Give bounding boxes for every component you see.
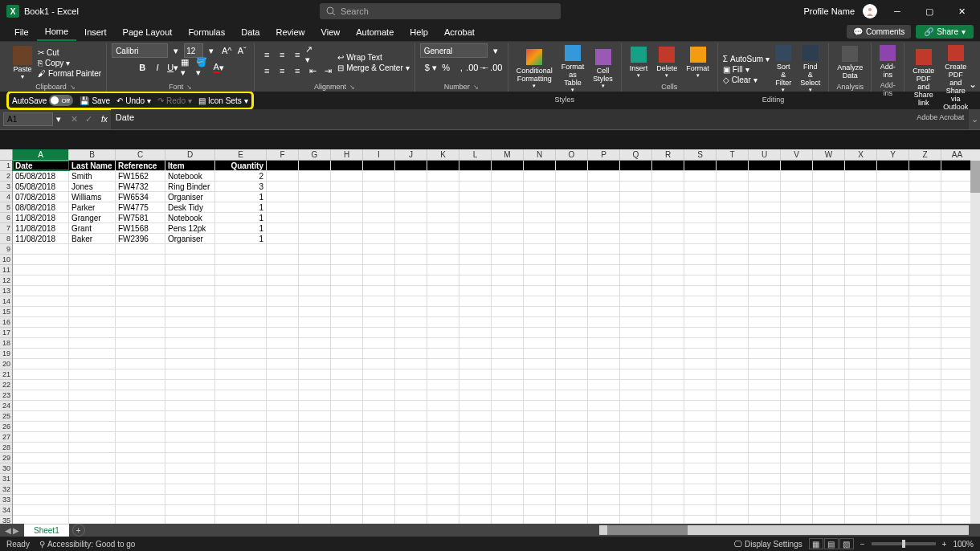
cell-K14[interactable] xyxy=(427,296,459,306)
row-header-13[interactable]: 13 xyxy=(0,286,12,296)
cell-L19[interactable] xyxy=(459,349,492,358)
cell-R15[interactable] xyxy=(652,307,684,316)
cell-Z5[interactable] xyxy=(909,202,941,212)
cell-K28[interactable] xyxy=(427,443,459,452)
cell-M27[interactable] xyxy=(492,432,524,442)
cell-V16[interactable] xyxy=(781,317,813,327)
row-header-2[interactable]: 2 xyxy=(0,171,12,182)
cell-M35[interactable] xyxy=(492,516,524,524)
cell-M4[interactable] xyxy=(492,192,524,202)
cell-U10[interactable] xyxy=(749,255,781,264)
cell-G6[interactable] xyxy=(299,213,331,222)
cell-U19[interactable] xyxy=(749,349,781,358)
cell-G21[interactable] xyxy=(299,369,331,379)
cell-AA15[interactable] xyxy=(941,307,974,316)
cell-E5[interactable]: 1 xyxy=(215,202,267,212)
cell-F2[interactable] xyxy=(267,171,299,181)
column-header-K[interactable]: K xyxy=(427,149,459,160)
menu-review[interactable]: Review xyxy=(267,24,312,40)
cell-E21[interactable] xyxy=(215,369,267,379)
cell-J33[interactable] xyxy=(395,495,427,504)
cell-M17[interactable] xyxy=(492,328,524,337)
cell-L10[interactable] xyxy=(459,255,492,264)
cell-S20[interactable] xyxy=(684,359,717,369)
cell-U31[interactable] xyxy=(749,474,781,484)
cell-J15[interactable] xyxy=(395,307,427,316)
cell-A10[interactable] xyxy=(13,255,69,264)
cell-B30[interactable] xyxy=(69,463,116,473)
cell-K20[interactable] xyxy=(427,359,459,369)
cell-J2[interactable] xyxy=(395,171,427,181)
cell-F12[interactable] xyxy=(267,276,299,285)
cell-L20[interactable] xyxy=(459,359,492,369)
add-sheet-button[interactable]: + xyxy=(72,524,85,537)
cell-H20[interactable] xyxy=(331,359,363,369)
row-header-33[interactable]: 33 xyxy=(0,495,12,505)
cell-O24[interactable] xyxy=(556,401,588,410)
cell-W7[interactable] xyxy=(813,223,845,233)
cell-Q3[interactable] xyxy=(620,182,652,191)
cell-R34[interactable] xyxy=(652,505,684,515)
cell-L23[interactable] xyxy=(459,390,492,400)
cell-I7[interactable] xyxy=(363,223,395,233)
cell-E3[interactable]: 3 xyxy=(215,182,267,191)
cell-E33[interactable] xyxy=(215,495,267,504)
cell-U1[interactable] xyxy=(749,161,781,170)
cell-W19[interactable] xyxy=(813,349,845,358)
increase-indent-button[interactable]: ⇥ xyxy=(321,63,335,78)
cell-A33[interactable] xyxy=(13,495,69,504)
cell-S6[interactable] xyxy=(684,213,717,222)
cell-R9[interactable] xyxy=(652,244,684,254)
row-header-25[interactable]: 25 xyxy=(0,411,12,422)
cell-A9[interactable] xyxy=(13,244,69,254)
cell-U34[interactable] xyxy=(749,505,781,515)
cell-E18[interactable] xyxy=(215,338,267,348)
cell-B9[interactable] xyxy=(69,244,116,254)
cell-A26[interactable] xyxy=(13,422,69,431)
cell-M34[interactable] xyxy=(492,505,524,515)
cell-Q16[interactable] xyxy=(620,317,652,327)
profile-name[interactable]: Profile Name xyxy=(803,6,855,16)
cell-P32[interactable] xyxy=(588,484,620,494)
cell-R32[interactable] xyxy=(652,484,684,494)
cell-H19[interactable] xyxy=(331,349,363,358)
cell-B6[interactable]: Granger xyxy=(69,213,116,222)
cell-Z25[interactable] xyxy=(909,411,941,421)
alignment-dialog-launcher[interactable]: ↘ xyxy=(349,84,355,91)
cell-G18[interactable] xyxy=(299,338,331,348)
cell-F18[interactable] xyxy=(267,338,299,348)
cell-W14[interactable] xyxy=(813,296,845,306)
cell-H1[interactable] xyxy=(331,161,363,170)
cell-M18[interactable] xyxy=(492,338,524,348)
cell-X1[interactable] xyxy=(845,161,877,170)
cell-Y9[interactable] xyxy=(877,244,909,254)
format-cells-button[interactable]: Format▾ xyxy=(683,45,713,80)
cell-S27[interactable] xyxy=(684,432,717,442)
cell-K9[interactable] xyxy=(427,244,459,254)
cell-X27[interactable] xyxy=(845,432,877,442)
cell-W35[interactable] xyxy=(813,516,845,524)
cell-Y15[interactable] xyxy=(877,307,909,316)
cell-O1[interactable] xyxy=(556,161,588,170)
cell-L28[interactable] xyxy=(459,443,492,452)
cell-L2[interactable] xyxy=(459,171,492,181)
cell-X34[interactable] xyxy=(845,505,877,515)
menu-page-layout[interactable]: Page Layout xyxy=(115,24,181,40)
cell-K35[interactable] xyxy=(427,516,459,524)
column-header-N[interactable]: N xyxy=(524,149,556,160)
cell-AA3[interactable] xyxy=(941,182,974,191)
cell-N25[interactable] xyxy=(524,411,556,421)
cell-Q7[interactable] xyxy=(620,223,652,233)
cell-H15[interactable] xyxy=(331,307,363,316)
cell-L1[interactable] xyxy=(459,161,492,170)
cell-E14[interactable] xyxy=(215,296,267,306)
cell-Y10[interactable] xyxy=(877,255,909,264)
cell-E29[interactable] xyxy=(215,453,267,463)
cell-R14[interactable] xyxy=(652,296,684,306)
maximize-button[interactable]: ▢ xyxy=(917,0,941,22)
cell-I19[interactable] xyxy=(363,349,395,358)
cell-S8[interactable] xyxy=(684,234,717,243)
cell-C31[interactable] xyxy=(116,474,165,484)
cell-W27[interactable] xyxy=(813,432,845,442)
cell-E24[interactable] xyxy=(215,401,267,410)
